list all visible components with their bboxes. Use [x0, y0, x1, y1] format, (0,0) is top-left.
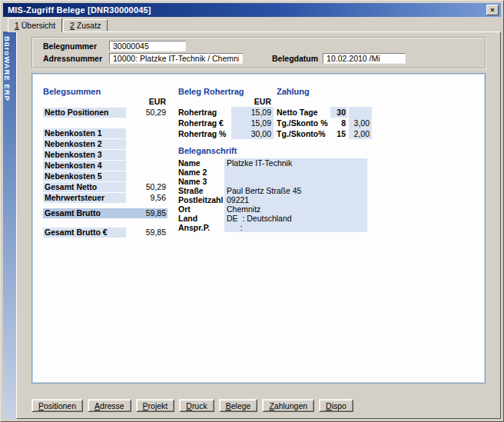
address-row-label: Name [178, 158, 224, 168]
summary-row: Gesamt Brutto € 59,85 [43, 228, 167, 238]
address-row-label: Land [178, 214, 224, 223]
section-rohertrag: Beleg Rohertrag EUR Rohertrag 15,09 Rohe… [178, 87, 274, 139]
zahlung-row: Netto Tage 30 [277, 107, 373, 118]
address-row-value: Paul Bertz Straße 45 [224, 186, 367, 195]
currency-header: EUR [43, 97, 167, 107]
summary-row-value: 50,29 [126, 108, 167, 118]
adresse-button[interactable]: Adresse [88, 399, 131, 412]
belegnummer-field-wrap [109, 41, 247, 52]
dispo-button[interactable]: Dispo [319, 399, 353, 412]
zahlungen-button[interactable]: Zahlungen [262, 399, 314, 412]
summary-row: Nebenkosten 5 [43, 171, 167, 181]
druck-button[interactable]: Druck [179, 399, 214, 412]
summary-row: Mehrwertsteuer 9,56 [43, 193, 167, 203]
summary-row-label: Mehrwertsteuer [43, 193, 126, 203]
summary-row-value [126, 171, 167, 181]
summary-row-value [126, 161, 167, 171]
titlebar: MIS-Zugriff Belege [DNR30000045] × [3, 3, 501, 17]
summary-row-label: Nebenkosten 3 [43, 150, 126, 160]
app-window: MIS-Zugriff Belege [DNR30000045] × 1 Übe… [0, 0, 504, 422]
address-row-value [224, 168, 367, 177]
rohertrag-row-label: Rohertrag % [178, 128, 231, 139]
rohertrag-row: Rohertrag 15,09 [178, 107, 274, 118]
belegdatum-label: Belegdatum [272, 54, 318, 63]
action-button-row: Positionen Adresse Projekt Druck Belege … [32, 399, 486, 412]
summary-row-value: 50,29 [126, 182, 167, 192]
section-title: Beleg Rohertrag [178, 87, 274, 97]
summary-row-label: Nebenkosten 2 [43, 139, 126, 149]
summary-row-label: Gesamt Brutto [43, 208, 126, 218]
address-row: Postleitzahl 09221 [178, 195, 367, 204]
address-row-value [224, 177, 367, 186]
address-row-label: Anspr.P. [178, 223, 224, 232]
address-row-value: Chemnitz [224, 204, 367, 214]
adressnummer-label: Adressnummer [43, 54, 109, 63]
summary-row-value [126, 128, 167, 138]
tabpage-uebersicht: Belegnummer Adressnummer Belegdatum Bele… [16, 32, 501, 419]
zahlung-days-value: 8 [330, 118, 347, 128]
address-row: Anspr.P. : [178, 223, 367, 232]
address-row: Name Platzke IT-Technik [178, 158, 367, 168]
address-row: Land DE : Deutschland [178, 214, 367, 223]
section-title: Zahlung [277, 87, 373, 97]
summary-row-value [126, 150, 167, 160]
zahlung-days-value: 15 [330, 128, 347, 139]
zahlung-row-label: Tg./Skonto % [277, 118, 330, 128]
window-title: MIS-Zugriff Belege [DNR30000045] [8, 5, 486, 15]
summary-row-total: Gesamt Brutto 59,85 [43, 208, 167, 218]
section-beleganschrift: Beleganschrift Name Platzke IT-Technik N… [178, 146, 367, 232]
belege-button[interactable]: Belege [219, 399, 258, 412]
address-row-label: Name 3 [178, 177, 224, 186]
rohertrag-row-value: 30,00 [231, 128, 274, 139]
summary-row: Nebenkosten 1 [43, 128, 167, 138]
zahlung-row: Tg./Skonto % 8 3,00 [277, 118, 373, 128]
overview-panel: Belegsummen EUR Netto Positionen 50,29 N… [32, 73, 486, 384]
summary-row-label: Gesamt Brutto € [43, 228, 126, 238]
zahlung-row-label: Netto Tage [277, 107, 330, 118]
rohertrag-row-label: Rohertrag [178, 107, 231, 118]
projekt-button[interactable]: Projekt [136, 399, 175, 412]
summary-row: Gesamt Netto 50,29 [43, 182, 167, 192]
tab-zusatz[interactable]: 2 Zusatz [63, 19, 108, 32]
rohertrag-row: Rohertrag € 15,09 [178, 118, 274, 128]
summary-row-value: 9,56 [126, 193, 167, 203]
section-title: Belegsummen [43, 87, 167, 97]
section-belegsummen: Belegsummen EUR Netto Positionen 50,29 N… [43, 87, 167, 238]
zahlung-row-label: Tg./Skonto% [277, 128, 330, 139]
zahlung-pct-value: 2,00 [349, 128, 372, 139]
summary-row-value [126, 139, 167, 149]
content-row: BüroWARE ERP Belegnummer Adressnummer Be… [3, 32, 501, 419]
address-row-label: Straße [178, 186, 224, 195]
summary-row-label: Nebenkosten 4 [43, 161, 126, 171]
spacer [277, 97, 373, 107]
belegnummer-label: Belegnummer [43, 42, 109, 51]
adressnummer-field-wrap [109, 53, 247, 64]
address-row-label: Postleitzahl [178, 195, 224, 204]
summary-row-label: Nebenkosten 1 [43, 128, 126, 138]
address-row: Ort Chemnitz [178, 204, 367, 214]
tab-strip: 1 Übersicht 2 Zusatz [3, 17, 501, 32]
summary-row: Netto Positionen 50,29 [43, 108, 167, 118]
positionen-button[interactable]: Positionen [32, 399, 83, 412]
close-icon: × [490, 6, 494, 14]
summary-row-label: Nebenkosten 5 [43, 171, 126, 181]
address-row: Straße Paul Bertz Straße 45 [178, 186, 367, 195]
belegdatum-input[interactable] [323, 53, 406, 64]
tab-uebersicht[interactable]: 1 Übersicht [8, 18, 62, 32]
summary-row: Nebenkosten 2 [43, 139, 167, 149]
brand-sidebar: BüroWARE ERP [3, 32, 16, 419]
document-header-group: Belegnummer Adressnummer Belegdatum [32, 37, 486, 68]
address-row-value: DE : Deutschland [224, 214, 367, 223]
zahlung-pct-value [349, 107, 372, 118]
adressnummer-input[interactable] [109, 53, 243, 64]
section-zahlung: Zahlung Netto Tage 30 Tg./Skonto % 8 3,0… [277, 87, 373, 139]
zahlung-row: Tg./Skonto% 15 2,00 [277, 128, 373, 139]
section-title: Beleganschrift [178, 146, 367, 156]
close-button[interactable]: × [486, 5, 499, 15]
zahlung-pct-value: 3,00 [349, 118, 372, 128]
belegnummer-input[interactable] [109, 41, 186, 52]
summary-row: Nebenkosten 3 [43, 150, 167, 160]
address-row-value: 09221 [224, 195, 367, 204]
rohertrag-row: Rohertrag % 30,00 [178, 128, 274, 139]
summary-row-label: Gesamt Netto [43, 182, 126, 192]
